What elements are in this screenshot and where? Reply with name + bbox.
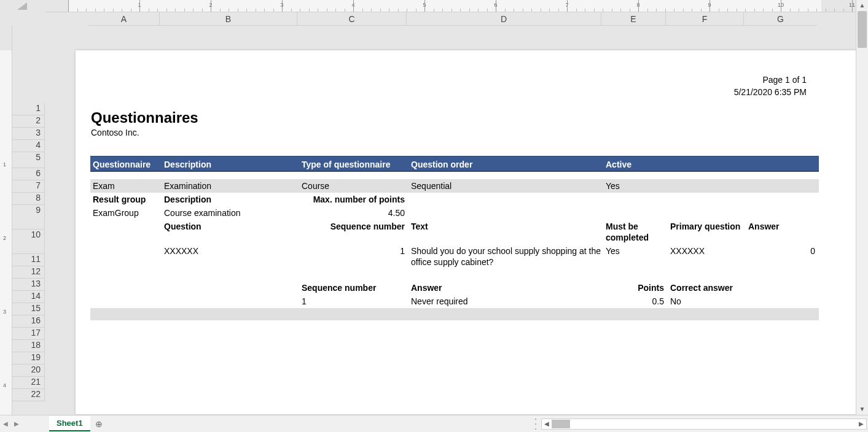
row-header[interactable]: 20 (12, 364, 45, 377)
row-header[interactable]: 3 (12, 128, 45, 140)
cell-description[interactable]: Examination (162, 179, 299, 193)
cell-ans-answer[interactable]: Never required (409, 295, 603, 308)
cell-ans-correct[interactable]: No (668, 295, 746, 308)
report-title: Questionnaires (91, 109, 856, 126)
vertical-ruler: 1 2 3 4 (0, 26, 12, 415)
col-header-b[interactable]: B (160, 12, 297, 26)
cell-ans-points[interactable]: 0.5 (603, 295, 668, 308)
cell-primary[interactable]: XXXXXX (668, 244, 746, 269)
col-header-f[interactable]: F (666, 12, 744, 26)
hdr-max-points: Max. number of points (299, 193, 409, 206)
hdr-active: Active (603, 156, 668, 171)
cell-seq[interactable]: 1 (299, 244, 409, 269)
hscroll-thumb[interactable] (552, 420, 570, 428)
cell-active[interactable]: Yes (603, 179, 668, 193)
row-header[interactable]: 4 (12, 140, 45, 152)
hdr-ans-answer: Answer (409, 281, 603, 295)
row-header[interactable]: 17 (12, 328, 45, 340)
row-headers: 1 2 3 4 5 6 7 8 9 10 11 12 13 14 15 16 1… (12, 26, 45, 415)
sheet-tab-bar: ◀ ▶ Sheet1 ⊕ ◀ ▶ (0, 415, 868, 432)
hdr-must: Must be completed (603, 220, 668, 244)
splitter-icon[interactable] (534, 418, 538, 430)
row-header[interactable]: 8 (12, 193, 45, 205)
worksheet-area[interactable]: Page 1 of 1 5/21/2020 6:35 PM Questionna… (45, 26, 856, 415)
hdr-ans-seq: Sequence number (299, 281, 409, 295)
company-name: Contoso Inc. (91, 128, 856, 137)
hdr-ans-correct: Correct answer (668, 281, 746, 295)
hdr-text: Text (409, 220, 603, 244)
col-header-e[interactable]: E (601, 12, 666, 26)
horizontal-scrollbar[interactable]: ◀ ▶ (541, 418, 867, 430)
result-row: ExamGroup Course examination 4.50 (90, 206, 819, 220)
result-header-row: Result group Description Max. number of … (90, 193, 819, 206)
cell-max-points[interactable]: 4.50 (299, 206, 409, 220)
hscroll-right-icon[interactable]: ▶ (856, 420, 866, 427)
row-header[interactable]: 16 (12, 315, 45, 328)
row-header[interactable]: 12 (12, 266, 45, 279)
row-header[interactable]: 22 (12, 389, 45, 401)
svg-marker-0 (17, 2, 27, 10)
row-header[interactable]: 1 (12, 103, 45, 115)
row-header[interactable]: 18 (12, 340, 45, 352)
hdr-primary: Primary question (668, 220, 746, 244)
scroll-down-icon[interactable]: ▼ (856, 404, 868, 415)
hdr-result-group: Result group (90, 193, 162, 206)
page-number: Page 1 of 1 (734, 74, 807, 86)
row-header[interactable]: 13 (12, 279, 45, 291)
column-headers: A B C D E F G (45, 12, 856, 26)
col-header-g[interactable]: G (744, 12, 817, 26)
row-header[interactable]: 15 (12, 303, 45, 315)
scroll-up-icon[interactable]: ▲ (856, 0, 868, 11)
cell-questionnaire[interactable]: Exam (90, 179, 162, 193)
cell-type[interactable]: Course (299, 179, 409, 193)
tab-prev-icon[interactable]: ◀ (0, 420, 11, 427)
horizontal-ruler: 1234567891011 (45, 0, 856, 12)
tab-next-icon[interactable]: ▶ (11, 420, 22, 427)
cell-must[interactable]: Yes (603, 244, 668, 269)
questionnaire-header-row: Questionnaire Description Type of questi… (90, 156, 819, 172)
cell-question[interactable]: XXXXXX (162, 244, 299, 269)
row-header[interactable]: 7 (12, 180, 45, 193)
row-header[interactable]: 21 (12, 377, 45, 389)
hdr-description: Description (162, 156, 299, 171)
footer-gray-row (90, 308, 819, 320)
cell-text[interactable]: Should you do your school supply shoppin… (409, 244, 603, 269)
print-page: Page 1 of 1 5/21/2020 6:35 PM Questionna… (76, 50, 856, 414)
hdr-questionnaire: Questionnaire (90, 156, 162, 171)
row-header[interactable]: 5 (12, 152, 45, 168)
select-all-triangle[interactable] (0, 0, 29, 12)
col-header-a[interactable]: A (88, 12, 160, 26)
row-header[interactable]: 19 (12, 352, 45, 364)
hdr-type: Type of questionnaire (299, 156, 409, 171)
scroll-thumb[interactable] (858, 11, 867, 48)
row-header[interactable]: 11 (12, 254, 45, 266)
cell-result-desc[interactable]: Course examination (162, 206, 299, 220)
question-row: XXXXXX 1 Should you do your school suppl… (90, 244, 819, 269)
cell-ans-seq[interactable]: 1 (299, 295, 409, 308)
hdr-result-desc: Description (162, 193, 299, 206)
hdr-answer: Answer (746, 220, 819, 244)
page-datetime: 5/21/2020 6:35 PM (734, 86, 807, 98)
answer-row: 1 Never required 0.5 No (90, 295, 819, 308)
row-header[interactable]: 10 (12, 230, 45, 254)
row-header[interactable]: 9 (12, 205, 45, 230)
cell-result-group[interactable]: ExamGroup (90, 206, 162, 220)
hdr-seq: Sequence number (299, 220, 409, 244)
row-header[interactable]: 2 (12, 115, 45, 128)
hdr-ans-points: Points (603, 281, 668, 295)
hdr-question: Question (162, 220, 299, 244)
col-header-d[interactable]: D (407, 12, 601, 26)
hscroll-left-icon[interactable]: ◀ (542, 420, 552, 427)
hdr-order: Question order (409, 156, 603, 171)
cell-answer[interactable]: 0 (746, 244, 819, 269)
row-header[interactable]: 14 (12, 291, 45, 303)
cell-order[interactable]: Sequential (409, 179, 603, 193)
new-sheet-button[interactable]: ⊕ (90, 419, 108, 429)
col-header-c[interactable]: C (297, 12, 407, 26)
answer-header-row: Sequence number Answer Points Correct an… (90, 281, 819, 295)
vertical-scrollbar[interactable]: ▲ ▼ (856, 0, 868, 415)
row-header[interactable]: 6 (12, 168, 45, 180)
question-header-row: Question Sequence number Text Must be co… (90, 220, 819, 244)
sheet-tab[interactable]: Sheet1 (49, 416, 90, 431)
questionnaire-row: Exam Examination Course Sequential Yes (90, 179, 819, 193)
